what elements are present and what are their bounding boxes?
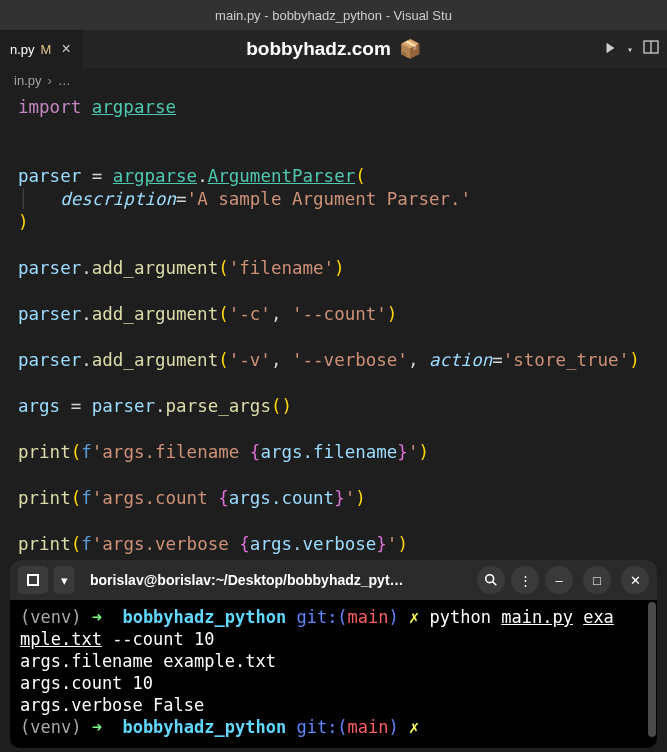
split-editor-icon[interactable]: [643, 39, 659, 59]
git-dirty-icon: ✗: [409, 607, 419, 627]
scrollbar-thumb[interactable]: [648, 602, 656, 737]
code-keyword: import: [18, 97, 81, 117]
code-method: add_argument: [92, 258, 218, 278]
close-icon: ✕: [630, 573, 641, 588]
run-icon[interactable]: [603, 39, 617, 59]
tab-filename: n.py: [10, 42, 35, 57]
svg-point-4: [486, 575, 494, 583]
breadcrumb-file: in.py: [14, 73, 41, 88]
search-icon: [484, 573, 498, 587]
terminal-new-tab-button[interactable]: [18, 566, 48, 594]
breadcrumb[interactable]: in.py › …: [0, 68, 667, 92]
code-var: parser: [18, 166, 81, 186]
terminal-menu-button[interactable]: ⋮: [511, 566, 539, 594]
chevron-down-icon[interactable]: ▾: [627, 44, 633, 55]
terminal-title: borislav@borislav:~/Desktop/bobbyhadz_py…: [80, 572, 471, 588]
window-title: main.py - bobbyhadz_python - Visual Stu: [215, 8, 452, 23]
git-branch: main: [348, 607, 389, 627]
prompt-arrow: ➜: [92, 607, 102, 627]
breadcrumb-more: …: [58, 73, 71, 88]
terminal-titlebar: ▾ borislav@borislav:~/Desktop/bobbyhadz_…: [10, 560, 657, 600]
terminal-search-button[interactable]: [477, 566, 505, 594]
code-module: argparse: [92, 97, 176, 117]
terminal-output-line: args.verbose False: [20, 695, 204, 715]
run-controls: ▾: [603, 39, 659, 59]
git-prefix: git:(: [296, 607, 347, 627]
svg-rect-3: [29, 576, 37, 584]
overlay-title-text: bobbyhadz.com: [246, 38, 391, 60]
maximize-icon: □: [593, 573, 601, 588]
terminal-minimize-button[interactable]: –: [545, 566, 573, 594]
tab-close-icon[interactable]: ×: [57, 40, 74, 58]
code-class: ArgumentParser: [208, 166, 356, 186]
terminal-dropdown-button[interactable]: ▾: [54, 566, 74, 594]
code-string: 'A sample Argument Parser.': [187, 189, 471, 209]
terminal-close-button[interactable]: ✕: [621, 566, 649, 594]
window-titlebar: main.py - bobbyhadz_python - Visual Stu: [0, 0, 667, 30]
terminal-maximize-button[interactable]: □: [583, 566, 611, 594]
cmd-python: python: [430, 607, 491, 627]
prompt-dir: bobbyhadz_python: [122, 607, 286, 627]
editor-tabbar: n.py M × bobbyhadz.com 📦 ▾: [0, 30, 667, 68]
terminal-output-line: args.count 10: [20, 673, 153, 693]
terminal-body[interactable]: (venv) ➜ bobbyhadz_python git:(main) ✗ p…: [10, 600, 657, 748]
venv-indicator: (venv): [20, 607, 81, 627]
editor-tab-main[interactable]: n.py M ×: [0, 30, 83, 68]
page-overlay-title: bobbyhadz.com 📦: [246, 38, 421, 60]
breadcrumb-separator: ›: [47, 73, 51, 88]
terminal-output-line: args.filename example.txt: [20, 651, 276, 671]
kebab-icon: ⋮: [519, 573, 532, 588]
cmd-file: main.py: [501, 607, 573, 627]
code-param: description: [60, 189, 176, 209]
terminal-window: ▾ borislav@borislav:~/Desktop/bobbyhadz_…: [10, 560, 657, 748]
code-print: print: [18, 442, 71, 462]
chevron-down-icon: ▾: [61, 573, 68, 588]
minimize-icon: –: [555, 573, 562, 588]
terminal-scrollbar[interactable]: [647, 602, 657, 744]
tab-modified-indicator: M: [41, 42, 52, 57]
svg-line-5: [493, 582, 497, 586]
code-editor[interactable]: import argparse parser = argparse.Argume…: [0, 92, 667, 560]
cube-icon: 📦: [399, 38, 421, 60]
